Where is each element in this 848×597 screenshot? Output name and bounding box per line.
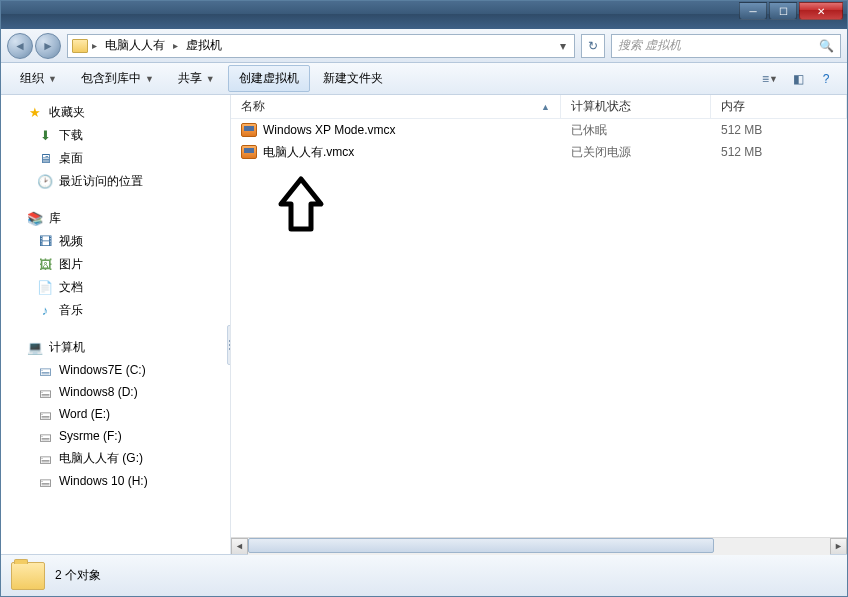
main-pane: 名称▲ 计算机状态 内存 Windows XP Mode.vmcx 已休眠 51… (231, 95, 847, 554)
label: 电脑人人有 (G:) (59, 450, 143, 467)
breadcrumb-label: 虚拟机 (186, 37, 222, 54)
forward-button[interactable]: ► (35, 33, 61, 59)
sidebar-item-downloads[interactable]: ⬇下载 (1, 124, 230, 147)
drive-icon: 🖴 (37, 406, 53, 422)
status-bar: 2 个对象 (1, 554, 847, 596)
file-list: Windows XP Mode.vmcx 已休眠 512 MB 电脑人人有.vm… (231, 119, 847, 537)
scroll-track[interactable] (248, 538, 830, 555)
scroll-thumb[interactable] (248, 538, 714, 553)
maximize-button[interactable]: ☐ (769, 2, 797, 20)
drive-icon: 🖴 (37, 384, 53, 400)
address-bar[interactable]: ▸ 电脑人人有 ▸ 虚拟机 ▾ (67, 34, 575, 58)
body: ★ 收藏夹 ⬇下载 🖥桌面 🕑最近访问的位置 📚 库 🎞视频 🖼图片 📄文档 ♪… (1, 95, 847, 554)
search-input[interactable]: 搜索 虚拟机 🔍 (611, 34, 841, 58)
view-options-button[interactable]: ≡ ▼ (757, 68, 783, 90)
label: 图片 (59, 256, 83, 273)
sidebar-item-drive-c[interactable]: 🖴Windows7E (C:) (1, 359, 230, 381)
breadcrumb-label: 电脑人人有 (105, 37, 165, 54)
sidebar-head-computer[interactable]: 💻 计算机 (1, 336, 230, 359)
titlebar: ─ ☐ ✕ (1, 1, 847, 29)
label: 视频 (59, 233, 83, 250)
file-memory: 512 MB (711, 145, 847, 159)
sidebar-head-libraries[interactable]: 📚 库 (1, 207, 230, 230)
sidebar: ★ 收藏夹 ⬇下载 🖥桌面 🕑最近访问的位置 📚 库 🎞视频 🖼图片 📄文档 ♪… (1, 95, 231, 554)
folder-icon (11, 562, 45, 590)
sidebar-head-favorites[interactable]: ★ 收藏夹 (1, 101, 230, 124)
library-icon: 📚 (27, 211, 43, 227)
star-icon: ★ (27, 105, 43, 121)
address-dropdown[interactable]: ▾ (556, 39, 570, 53)
file-row[interactable]: Windows XP Mode.vmcx 已休眠 512 MB (231, 119, 847, 141)
label: 计算机状态 (571, 98, 631, 115)
sidebar-item-drive-f[interactable]: 🖴Sysrme (F:) (1, 425, 230, 447)
search-icon[interactable]: 🔍 (819, 39, 834, 53)
column-header-name[interactable]: 名称▲ (231, 95, 561, 118)
column-header-status[interactable]: 计算机状态 (561, 95, 711, 118)
label: 音乐 (59, 302, 83, 319)
label: Windows8 (D:) (59, 385, 138, 399)
label: 名称 (241, 98, 265, 115)
sidebar-item-drive-h[interactable]: 🖴Windows 10 (H:) (1, 470, 230, 492)
desktop-icon: 🖥 (37, 151, 53, 167)
music-icon: ♪ (37, 303, 53, 319)
label: 包含到库中 (81, 70, 141, 87)
column-header-memory[interactable]: 内存 (711, 95, 847, 118)
label: Sysrme (F:) (59, 429, 122, 443)
label: 新建文件夹 (323, 70, 383, 87)
status-text: 2 个对象 (55, 567, 101, 584)
include-library-button[interactable]: 包含到库中▼ (70, 65, 165, 92)
sidebar-item-music[interactable]: ♪音乐 (1, 299, 230, 322)
chevron-down-icon: ▼ (769, 74, 778, 84)
sidebar-item-recent[interactable]: 🕑最近访问的位置 (1, 170, 230, 193)
sidebar-item-documents[interactable]: 📄文档 (1, 276, 230, 299)
document-icon: 📄 (37, 280, 53, 296)
scroll-left-button[interactable]: ◄ (231, 538, 248, 555)
chevron-down-icon: ▼ (145, 74, 154, 84)
scroll-right-button[interactable]: ► (830, 538, 847, 555)
breadcrumb-segment[interactable]: 虚拟机 (182, 37, 226, 54)
vm-file-icon (241, 145, 257, 159)
search-placeholder: 搜索 虚拟机 (618, 37, 819, 54)
file-name: Windows XP Mode.vmcx (263, 123, 396, 137)
sidebar-item-pictures[interactable]: 🖼图片 (1, 253, 230, 276)
sidebar-group-computer: 💻 计算机 🖴Windows7E (C:) 🖴Windows8 (D:) 🖴Wo… (1, 336, 230, 492)
nav-bar: ◄ ► ▸ 电脑人人有 ▸ 虚拟机 ▾ ↻ 搜索 虚拟机 🔍 (1, 29, 847, 63)
chevron-right-icon[interactable]: ▸ (173, 40, 178, 51)
toolbar: 组织▼ 包含到库中▼ 共享▼ 创建虚拟机 新建文件夹 ≡ ▼ ◧ ? (1, 63, 847, 95)
chevron-down-icon: ▼ (48, 74, 57, 84)
column-headers: 名称▲ 计算机状态 内存 (231, 95, 847, 119)
sidebar-group-libraries: 📚 库 🎞视频 🖼图片 📄文档 ♪音乐 (1, 207, 230, 322)
preview-pane-button[interactable]: ◧ (785, 68, 811, 90)
close-button[interactable]: ✕ (799, 2, 843, 20)
new-folder-button[interactable]: 新建文件夹 (312, 65, 394, 92)
create-vm-button[interactable]: 创建虚拟机 (228, 65, 310, 92)
sort-asc-icon: ▲ (541, 102, 550, 112)
drive-icon: 🖴 (37, 428, 53, 444)
sidebar-item-drive-e[interactable]: 🖴Word (E:) (1, 403, 230, 425)
label: 文档 (59, 279, 83, 296)
file-row[interactable]: 电脑人人有.vmcx 已关闭电源 512 MB (231, 141, 847, 163)
explorer-window: ─ ☐ ✕ ◄ ► ▸ 电脑人人有 ▸ 虚拟机 ▾ ↻ 搜索 虚拟机 🔍 组织▼… (0, 0, 848, 597)
sidebar-item-videos[interactable]: 🎞视频 (1, 230, 230, 253)
chevron-down-icon: ▼ (206, 74, 215, 84)
sidebar-item-drive-d[interactable]: 🖴Windows8 (D:) (1, 381, 230, 403)
sidebar-item-desktop[interactable]: 🖥桌面 (1, 147, 230, 170)
organize-button[interactable]: 组织▼ (9, 65, 68, 92)
minimize-button[interactable]: ─ (739, 2, 767, 20)
label: Word (E:) (59, 407, 110, 421)
refresh-button[interactable]: ↻ (581, 34, 605, 58)
help-button[interactable]: ? (813, 68, 839, 90)
video-icon: 🎞 (37, 234, 53, 250)
breadcrumb-segment[interactable]: 电脑人人有 (101, 37, 169, 54)
vm-file-icon (241, 123, 257, 137)
chevron-right-icon[interactable]: ▸ (92, 40, 97, 51)
share-button[interactable]: 共享▼ (167, 65, 226, 92)
picture-icon: 🖼 (37, 257, 53, 273)
label: 共享 (178, 70, 202, 87)
file-status: 已休眠 (561, 122, 711, 139)
nav-buttons: ◄ ► (7, 33, 61, 59)
horizontal-scrollbar[interactable]: ◄ ► (231, 537, 847, 554)
back-button[interactable]: ◄ (7, 33, 33, 59)
sidebar-item-drive-g[interactable]: 🖴电脑人人有 (G:) (1, 447, 230, 470)
label: 内存 (721, 98, 745, 115)
